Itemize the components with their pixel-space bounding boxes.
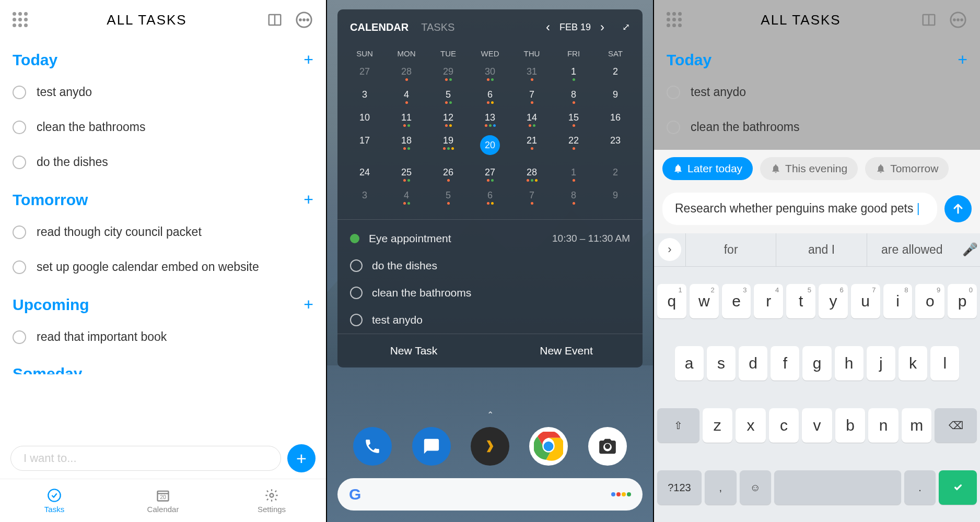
- calendar-day[interactable]: 6: [469, 186, 511, 209]
- key-l[interactable]: l: [930, 346, 959, 381]
- plex-app-icon[interactable]: [471, 427, 509, 466]
- key-,[interactable]: ,: [705, 470, 737, 505]
- widget-task-item[interactable]: do the dishes: [337, 252, 643, 279]
- task-item[interactable]: set up google calendar embed on website: [13, 250, 313, 284]
- calendar-day[interactable]: 9: [594, 85, 636, 108]
- calendar-day[interactable]: 9: [594, 186, 636, 209]
- calendar-day[interactable]: 4: [386, 186, 427, 209]
- widget-task-item[interactable]: clean the bathrooms: [337, 279, 643, 306]
- section-add-button[interactable]: +: [304, 295, 313, 314]
- section-add-button[interactable]: +: [304, 190, 313, 209]
- calendar-day[interactable]: 11: [386, 108, 427, 131]
- task-checkbox[interactable]: [350, 259, 363, 272]
- key-v[interactable]: v: [802, 408, 832, 443]
- next-month-icon[interactable]: ›: [600, 20, 604, 34]
- calendar-day[interactable]: 8: [553, 186, 594, 209]
- calendar-day[interactable]: 18: [386, 131, 427, 163]
- key-e[interactable]: 3e: [722, 284, 751, 318]
- calendar-day[interactable]: 5: [427, 186, 469, 209]
- task-item[interactable]: clean the bathrooms: [13, 110, 313, 145]
- calendar-day[interactable]: 14: [511, 108, 553, 131]
- nav-tasks[interactable]: Tasks: [0, 479, 109, 522]
- key-⇧[interactable]: ⇧: [657, 408, 699, 443]
- key-f[interactable]: f: [771, 346, 799, 381]
- expand-icon[interactable]: ⤢: [622, 21, 630, 33]
- calendar-day[interactable]: 16: [594, 108, 636, 131]
- drawer-handle-icon[interactable]: ⌃: [487, 410, 494, 420]
- key-g[interactable]: g: [802, 346, 831, 381]
- calendar-day[interactable]: 27: [469, 163, 511, 186]
- messages-app-icon[interactable]: [412, 427, 451, 466]
- key-n[interactable]: n: [868, 408, 899, 443]
- task-item[interactable]: do the dishes: [13, 145, 313, 180]
- current-date-label[interactable]: FEB 19: [559, 22, 591, 33]
- key-p[interactable]: 0p: [948, 284, 977, 318]
- key-u[interactable]: 7u: [851, 284, 880, 318]
- key-b[interactable]: b: [835, 408, 866, 443]
- calendar-day[interactable]: 4: [386, 85, 427, 108]
- key-enter[interactable]: [939, 470, 977, 505]
- suggestion-2[interactable]: and I: [776, 233, 866, 266]
- menu-icon[interactable]: [13, 12, 28, 28]
- calendar-day[interactable]: 2: [594, 163, 636, 186]
- calendar-day[interactable]: 19: [427, 131, 469, 163]
- section-add-button[interactable]: +: [304, 50, 313, 69]
- calendar-day[interactable]: 17: [344, 131, 386, 163]
- google-search-bar[interactable]: G: [337, 478, 643, 511]
- calendar-day[interactable]: 15: [553, 108, 594, 131]
- calendar-day[interactable]: 2: [594, 62, 636, 85]
- reminder-chip[interactable]: This evening: [760, 157, 858, 180]
- more-icon[interactable]: [949, 10, 967, 29]
- submit-task-button[interactable]: [944, 195, 972, 222]
- key-☺[interactable]: ☺: [740, 470, 772, 505]
- section-add-button[interactable]: +: [958, 50, 967, 69]
- key-⌫[interactable]: ⌫: [935, 408, 977, 443]
- key-d[interactable]: d: [739, 346, 767, 381]
- task-checkbox[interactable]: [350, 287, 363, 299]
- calendar-day[interactable]: 30: [469, 62, 511, 85]
- widget-task-item[interactable]: test anydo: [337, 306, 643, 334]
- new-event-button[interactable]: New Event: [490, 334, 643, 367]
- task-checkbox[interactable]: [13, 330, 26, 344]
- calendar-day[interactable]: 21: [511, 131, 553, 163]
- key-q[interactable]: 1q: [657, 284, 686, 318]
- key-a[interactable]: a: [675, 346, 704, 381]
- key-?123[interactable]: ?123: [657, 470, 702, 505]
- key-i[interactable]: 8i: [883, 284, 913, 318]
- task-checkbox[interactable]: [13, 86, 26, 99]
- key-s[interactable]: s: [707, 346, 736, 381]
- section-today[interactable]: Today: [13, 51, 57, 69]
- task-checkbox[interactable]: [13, 121, 26, 134]
- key-o[interactable]: 9o: [915, 284, 944, 318]
- calendar-day[interactable]: 1: [553, 163, 594, 186]
- key-y[interactable]: 6y: [819, 284, 848, 318]
- task-item[interactable]: read though city council packet: [13, 215, 313, 250]
- calendar-day[interactable]: 3: [344, 85, 386, 108]
- new-task-button[interactable]: New Task: [337, 334, 490, 367]
- tab-tasks[interactable]: TASKS: [421, 21, 454, 33]
- key-t[interactable]: 5t: [786, 284, 815, 318]
- task-text-input[interactable]: Research whether penguins make good pets…: [662, 193, 937, 225]
- calendar-day[interactable]: 6: [469, 85, 511, 108]
- key-x[interactable]: x: [736, 408, 766, 443]
- calendar-day[interactable]: 8: [553, 85, 594, 108]
- add-task-fab[interactable]: +: [287, 444, 316, 472]
- calendar-day[interactable]: 23: [594, 131, 636, 163]
- task-checkbox[interactable]: [13, 156, 26, 169]
- calendar-day[interactable]: 28: [386, 62, 427, 85]
- calendar-day[interactable]: 22: [553, 131, 594, 163]
- suggestion-1[interactable]: for: [685, 233, 776, 266]
- more-icon[interactable]: [295, 10, 313, 29]
- calendar-day[interactable]: 13: [469, 108, 511, 131]
- nav-settings[interactable]: Settings: [217, 479, 326, 522]
- section-upcoming[interactable]: Upcoming: [13, 296, 89, 314]
- task-checkbox[interactable]: [667, 86, 680, 99]
- nav-calendar[interactable]: 20 Calendar: [109, 479, 217, 522]
- calendar-day[interactable]: 7: [511, 186, 553, 209]
- quick-add-input[interactable]: I want to...: [10, 446, 281, 471]
- calendar-day[interactable]: 5: [427, 85, 469, 108]
- calendar-day[interactable]: 25: [386, 163, 427, 186]
- calendar-day[interactable]: 31: [511, 62, 553, 85]
- reminder-chip[interactable]: Tomorrow: [865, 157, 949, 180]
- task-checkbox[interactable]: [350, 314, 363, 326]
